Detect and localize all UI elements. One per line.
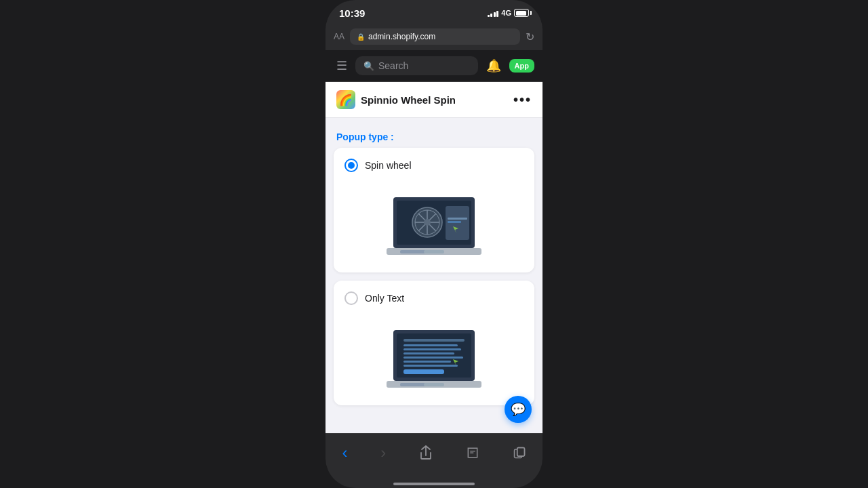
nav-bar: ☰ 🔍 Search 🔔 App [326,50,542,82]
lte-label: 4G [501,9,511,17]
forward-button[interactable]: › [372,441,394,465]
svg-rect-20 [424,383,444,386]
svg-rect-31 [517,448,524,457]
only-text-radio[interactable] [344,291,358,305]
tabs-button[interactable] [505,443,534,462]
app-header-left: 🌈 Spinnio Wheel Spin [336,90,456,109]
svg-rect-25 [403,357,463,359]
svg-point-11 [424,219,431,226]
svg-rect-14 [448,221,461,223]
bell-button[interactable]: 🔔 [484,56,504,76]
reload-button[interactable]: ↻ [526,30,534,43]
url-bar[interactable]: 🔒 admin.shopify.com [350,28,520,45]
signal-bar-3 [494,12,496,17]
app-badge[interactable]: App [509,59,534,73]
spin-wheel-svg [380,180,488,262]
spin-wheel-radio[interactable] [344,159,358,172]
battery-icon [514,9,529,17]
browser-bar: AA 🔒 admin.shopify.com ↻ [326,24,542,50]
svg-rect-21 [403,339,465,342]
svg-rect-28 [403,369,444,374]
search-bar[interactable]: 🔍 Search [355,56,478,75]
only-text-label: Only Text [365,293,404,304]
home-indicator [326,479,542,488]
spin-wheel-radio-fill [348,162,355,169]
only-text-svg [380,313,488,394]
spin-wheel-illustration [344,180,524,262]
popup-type-label: Popup type : [326,123,542,148]
more-button[interactable]: ••• [513,93,532,106]
bottom-nav: ‹ › [326,433,542,479]
status-bar: 10:39 4G [326,0,542,24]
signal-bar-1 [488,15,490,17]
app-name: Spinnio Wheel Spin [361,94,456,106]
svg-rect-13 [448,218,467,220]
home-bar [393,483,475,485]
signal-bar-4 [496,11,498,17]
signal-bars [488,9,499,17]
only-text-card[interactable]: Only Text [334,281,534,405]
spin-wheel-card[interactable]: Spin wheel [334,148,534,272]
aa-button[interactable]: AA [334,32,344,41]
lock-icon: 🔒 [357,33,365,41]
hamburger-button[interactable]: ☰ [334,56,350,76]
bookmarks-button[interactable] [458,443,488,462]
share-button[interactable] [411,443,441,463]
status-icons: 4G [488,9,529,17]
phone-frame: 10:39 4G AA 🔒 admin.shopify.com ↻ ☰ 🔍 [326,0,542,488]
svg-rect-26 [403,361,451,363]
content-area: 🌈 Spinnio Wheel Spin ••• Popup type : Sp… [326,82,542,433]
svg-rect-24 [403,352,454,354]
search-placeholder: Search [378,60,408,71]
battery-fill [516,11,526,16]
chat-icon: 💬 [511,402,526,417]
spin-wheel-header: Spin wheel [344,159,524,172]
svg-rect-22 [403,344,458,346]
only-text-header: Only Text [344,291,524,305]
svg-rect-4 [424,250,444,253]
back-button[interactable]: ‹ [334,441,355,465]
chat-button[interactable]: 💬 [505,396,532,423]
svg-rect-27 [403,365,458,367]
url-text: admin.shopify.com [368,32,435,41]
app-icon: 🌈 [336,90,355,109]
status-time: 10:39 [339,7,365,19]
search-icon: 🔍 [363,61,374,71]
signal-bar-2 [490,14,492,17]
only-text-illustration [344,313,524,394]
app-header: 🌈 Spinnio Wheel Spin ••• [326,82,542,118]
svg-rect-23 [403,348,461,350]
spin-wheel-label: Spin wheel [365,160,412,171]
